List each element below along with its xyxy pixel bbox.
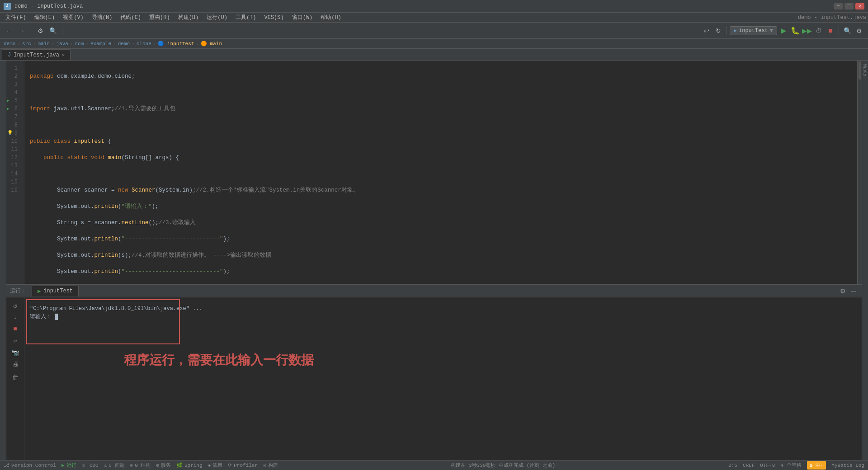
- search-everywhere-button[interactable]: 🔍: [842, 25, 853, 36]
- line-num-3: 3: [6, 80, 20, 89]
- terminal-down-button[interactable]: ↓: [11, 313, 20, 322]
- tab-inputtest[interactable]: J InputTest.java ✕: [2, 49, 71, 60]
- status-version-control[interactable]: ⎇ Version Control: [4, 462, 56, 468]
- title-bar-title: demo - inputTest.java: [14, 3, 83, 9]
- breadcrumb-clone[interactable]: clone: [137, 41, 151, 47]
- breadcrumb-inputtest[interactable]: 🔵 inputTest: [158, 41, 194, 47]
- toolbar-update-button[interactable]: ↩: [701, 25, 712, 36]
- terminal-print-button[interactable]: 🖨: [11, 360, 20, 369]
- menu-code[interactable]: 代码(C): [117, 13, 145, 22]
- status-run[interactable]: ▶ 运行: [61, 462, 76, 469]
- menu-navigate[interactable]: 导航(N): [88, 13, 116, 22]
- ime-s-logo: S: [810, 463, 813, 468]
- status-mybatis[interactable]: MyBatis Log: [831, 463, 864, 468]
- run-button[interactable]: ▶: [778, 25, 789, 36]
- code-line-4: [30, 121, 852, 129]
- code-line-5: public class inputTest {: [30, 137, 852, 146]
- bottom-panel-controls: ⚙ ─: [838, 287, 858, 296]
- menu-edit[interactable]: 编辑(E): [31, 13, 59, 22]
- settings-gear-button[interactable]: ⚙: [854, 25, 864, 36]
- menu-run[interactable]: 运行(U): [203, 13, 231, 22]
- profile-button[interactable]: ⏱: [813, 25, 824, 36]
- code-content[interactable]: package com.example.demo.clone; import j…: [24, 61, 857, 284]
- panel-settings-button[interactable]: ⚙: [838, 287, 847, 296]
- terminal-stop-button[interactable]: ■: [11, 324, 20, 334]
- menu-window[interactable]: 窗口(W): [288, 13, 316, 22]
- toolbar-settings-button[interactable]: ⚙: [35, 25, 46, 36]
- menu-build[interactable]: 构建(B): [175, 13, 203, 22]
- maximize-button[interactable]: □: [844, 3, 854, 9]
- toolbar-search-button[interactable]: 🔍: [47, 25, 58, 36]
- toolbar-sync-button[interactable]: ↻: [713, 25, 724, 36]
- menu-help[interactable]: 帮助(H): [317, 13, 345, 22]
- debug-button[interactable]: 🐛: [790, 25, 801, 36]
- menu-view[interactable]: 视图(V): [59, 13, 87, 22]
- build-label: 构建: [268, 462, 278, 469]
- terminal-wrap-button[interactable]: ⇌: [11, 336, 20, 345]
- dependencies-icon: ◈: [208, 462, 211, 468]
- line-num-1: 1: [6, 64, 20, 72]
- panel-minimize-button[interactable]: ─: [849, 287, 858, 296]
- menu-bar: 文件(F) 编辑(E) 视图(V) 导航(N) 代码(C) 重构(R) 构建(B…: [0, 13, 868, 23]
- terminal-restart-button[interactable]: ↺: [11, 301, 20, 310]
- ime-indicator[interactable]: S 中·: [807, 461, 826, 470]
- line-num-4: 4: [6, 89, 20, 97]
- services-icon: ⚙: [156, 462, 159, 468]
- status-encoding[interactable]: UTF-8: [760, 462, 775, 469]
- tab-bar: J InputTest.java ✕: [0, 49, 868, 61]
- menu-tools[interactable]: 工具(T): [232, 13, 260, 22]
- terminal-trash-button[interactable]: 🗑: [11, 373, 20, 382]
- build-status-text: 构建在 3秒330毫秒 中成功完成 (片刻 之前): [451, 462, 555, 469]
- spring-label: Spring: [184, 463, 203, 468]
- problems-icon: ⚠: [104, 462, 107, 468]
- status-build[interactable]: ⚒ 构建: [263, 462, 278, 469]
- status-problems[interactable]: ⚠ 0 问题: [104, 462, 125, 469]
- run-config-selector[interactable]: ▶ inputTest ▼: [730, 26, 777, 35]
- toolbar-back-button[interactable]: ←: [4, 25, 14, 36]
- status-profiler[interactable]: ⟳ Profiler: [228, 462, 258, 468]
- status-line-ending[interactable]: CRLF: [743, 462, 755, 469]
- breadcrumb-com[interactable]: com: [75, 41, 84, 47]
- maven-sidebar[interactable]: Maven: [862, 61, 868, 460]
- line-num-9: 💡9: [6, 129, 20, 137]
- right-scrollbar[interactable]: [857, 61, 862, 284]
- status-spring[interactable]: 🌿 Spring: [176, 462, 203, 468]
- breadcrumb-demo[interactable]: demo: [4, 41, 15, 47]
- breadcrumb-main-method[interactable]: 🟠 main: [201, 41, 222, 47]
- toolbar-separator-4: [839, 26, 839, 35]
- menu-vcs[interactable]: VCS(S): [260, 14, 287, 22]
- status-structure[interactable]: ⊙ 0 结构: [130, 462, 151, 469]
- line-num-13: 13: [6, 162, 20, 170]
- bottom-tab-inputtest[interactable]: ▶ inputTest: [32, 286, 79, 296]
- status-services[interactable]: ⚙ 服务: [156, 462, 171, 469]
- status-right: 2:5 CRLF UTF-8 4 个空格: [728, 462, 801, 469]
- line-num-2: 2: [6, 72, 20, 80]
- tab-close-icon[interactable]: ✕: [62, 52, 65, 58]
- status-bar: ⎇ Version Control ▶ 运行 ☑ TODO ⚠ 0 问题 ⊙ 0…: [0, 460, 868, 470]
- breadcrumb-java[interactable]: java: [56, 41, 68, 47]
- title-bar: J demo - inputTest.java ─ □ ✕: [0, 0, 868, 13]
- title-bar-left: J demo - inputTest.java: [4, 3, 83, 10]
- menu-file[interactable]: 文件(F): [2, 13, 30, 22]
- breadcrumb-main[interactable]: main: [38, 41, 49, 47]
- code-line-13: System.out.println("--------------------…: [30, 268, 852, 276]
- run-config-name: inputTest: [739, 28, 768, 34]
- coverage-button[interactable]: ▶▶: [802, 25, 812, 36]
- breadcrumb-demo2[interactable]: demo: [118, 41, 130, 47]
- menu-refactor[interactable]: 重构(R): [146, 13, 174, 22]
- close-button[interactable]: ✕: [855, 3, 864, 9]
- line-num-15: 15: [6, 178, 20, 186]
- breadcrumb-src[interactable]: src: [22, 41, 31, 47]
- status-dependencies[interactable]: ◈ 依赖: [208, 462, 223, 469]
- stop-button[interactable]: ■: [825, 25, 836, 36]
- toolbar-forward-button[interactable]: →: [16, 25, 27, 36]
- todo-icon: ☑: [82, 462, 85, 468]
- terminal-output[interactable]: "C:\Program Files\Java\jdk1.8.0_191\bin\…: [24, 301, 208, 324]
- terminal-camera-button[interactable]: 📷: [11, 348, 20, 357]
- minimize-button[interactable]: ─: [834, 3, 843, 9]
- line-num-14: 14: [6, 170, 20, 178]
- status-todo[interactable]: ☑ TODO: [82, 462, 99, 468]
- status-position[interactable]: 2:5: [728, 462, 737, 469]
- status-indent[interactable]: 4 个空格: [780, 462, 801, 469]
- breadcrumb-example[interactable]: example: [90, 41, 111, 47]
